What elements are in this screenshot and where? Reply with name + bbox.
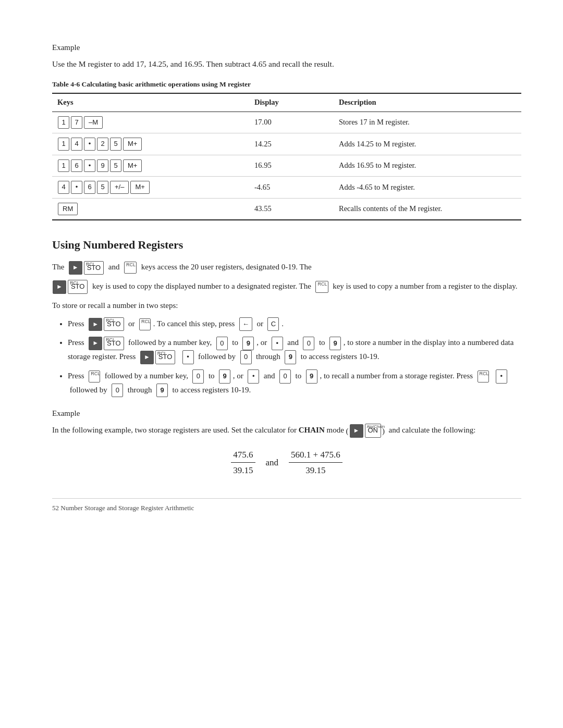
keys-cell: 1 6 • 9 5 M+ xyxy=(52,155,249,177)
table-row: RM 43.55 Recalls contents of the M regis… xyxy=(52,198,521,220)
key-4[interactable]: 4 xyxy=(71,138,82,151)
key-9-b2a[interactable]: 9 xyxy=(242,337,254,350)
example-text-3: and calculate the following: xyxy=(389,426,476,434)
arithmetic-table: Keys Display Description 1 7 –M 17.00 St… xyxy=(52,93,521,220)
key-sto2[interactable]: RCL STO xyxy=(68,280,88,293)
key-9-b3b[interactable]: 9 xyxy=(306,369,317,383)
key-4[interactable]: 4 xyxy=(58,181,69,194)
key-5[interactable]: 5 xyxy=(97,181,108,194)
key-9-b2d[interactable]: 9 xyxy=(285,350,296,364)
key-rm[interactable]: RM xyxy=(58,203,78,216)
key-c[interactable]: C xyxy=(267,317,279,331)
paragraph-2: To store or recall a number in two steps… xyxy=(52,299,521,312)
col-header-display: Display xyxy=(249,93,334,112)
key-dot-b2[interactable]: • xyxy=(272,337,283,350)
desc-cell: Recalls contents of the M register. xyxy=(334,198,521,220)
key-minus-m[interactable]: –M xyxy=(84,116,103,129)
key-plusminus[interactable]: +/– xyxy=(110,181,129,194)
key-sto-b2[interactable]: RCL STO xyxy=(104,337,124,350)
table-row: 1 7 –M 17.00 Stores 17 in M register. xyxy=(52,112,521,133)
list-item-2: Press ► RCL STO followed by a number key… xyxy=(68,336,521,364)
example-label-1: Example xyxy=(52,42,521,54)
key-1[interactable]: 1 xyxy=(58,138,69,151)
key-mplus[interactable]: M+ xyxy=(130,181,149,194)
example-label-2: Example xyxy=(52,408,521,419)
table-caption: Table 4-6 Calculating basic arithmetic o… xyxy=(52,79,521,90)
display-cell: 14.25 xyxy=(249,133,334,155)
table-row: 4 • 6 5 +/– M+ -4.65 Adds -4.65 to M reg… xyxy=(52,177,521,199)
key-sto[interactable]: RCL STO xyxy=(84,261,104,275)
desc-cell: Adds 16.95 to M register. xyxy=(334,155,521,177)
key-dot[interactable]: • xyxy=(71,181,82,194)
key-arrow-b1[interactable]: ► xyxy=(89,318,102,331)
page-footer: 52 Number Storage and Storage Register A… xyxy=(52,498,521,513)
key-rcl2[interactable]: RCL xyxy=(315,281,328,293)
key-arrow-b2[interactable]: ► xyxy=(89,337,102,350)
key-rcl-b3[interactable]: RCL xyxy=(89,371,100,382)
display-cell: 17.00 xyxy=(249,112,334,133)
key-back[interactable]: ← xyxy=(239,317,252,331)
key-dot-b3[interactable]: • xyxy=(248,369,259,383)
key-1[interactable]: 1 xyxy=(58,159,69,172)
key-6[interactable]: 6 xyxy=(84,181,95,194)
key-9-b3a[interactable]: 9 xyxy=(219,369,230,383)
numbered-registers-section: Using Numbered Registers The ► RCL STO a… xyxy=(52,236,521,477)
key-5[interactable]: 5 xyxy=(110,159,121,172)
key-0-b2b[interactable]: 0 xyxy=(303,337,314,350)
key-0-b2d[interactable]: 0 xyxy=(240,350,252,364)
list-item-1: Press ► RCL STO or RCL . To cancel this … xyxy=(68,317,521,331)
table-row: 1 4 • 2 5 M+ 14.25 Adds 14.25 to M regis… xyxy=(52,133,521,155)
key-arrow-sto2[interactable]: ► xyxy=(53,280,66,294)
display-cell: 43.55 xyxy=(249,198,334,220)
key-sto-b1[interactable]: RCL STO xyxy=(104,317,124,331)
chain-word: CHAIN xyxy=(299,426,325,434)
desc-cell: Adds -4.65 to M register. xyxy=(334,177,521,199)
key-9[interactable]: 9 xyxy=(97,159,108,172)
keys-cell: 1 4 • 2 5 M+ xyxy=(52,133,249,155)
key-0-b3b[interactable]: 0 xyxy=(279,369,291,383)
key-dot[interactable]: • xyxy=(84,138,95,151)
fraction-2-denominator: 39.15 xyxy=(303,463,327,477)
bullet-list: Press ► RCL STO or RCL . To cancel this … xyxy=(68,317,521,398)
paragraph-1: The ► RCL STO and RCL keys access the 20… xyxy=(52,261,521,275)
fraction-1-denominator: 39.15 xyxy=(231,463,255,477)
key-0-b3a[interactable]: 0 xyxy=(192,369,204,383)
key-mplus[interactable]: M+ xyxy=(123,138,142,151)
intro-line: Use the M register to add 17, 14.25, and… xyxy=(52,58,521,70)
key-arrow-sto[interactable]: ► xyxy=(69,261,82,275)
key-sto-b2c[interactable]: RCL STO xyxy=(155,350,176,364)
math-display: 475.6 39.15 and 560.1 + 475.6 39.15 xyxy=(52,448,521,477)
key-0-b3d[interactable]: 0 xyxy=(112,384,123,397)
fraction-2: 560.1 + 475.6 39.15 xyxy=(289,448,342,477)
key-dot[interactable]: • xyxy=(84,159,95,172)
key-rcl-b3c[interactable]: RCL xyxy=(478,371,489,382)
key-rcl[interactable]: RCL xyxy=(124,262,137,274)
example-text: In the following example, two storage re… xyxy=(52,424,521,438)
key-rcl-b1[interactable]: RCL xyxy=(139,318,151,330)
key-7[interactable]: 7 xyxy=(71,116,82,129)
display-cell: 16.95 xyxy=(249,155,334,177)
col-header-description: Description xyxy=(334,93,521,112)
fraction-1: 475.6 39.15 xyxy=(231,448,255,477)
key-9-b2b[interactable]: 9 xyxy=(329,337,341,350)
keys-cell: 4 • 6 5 +/– M+ xyxy=(52,177,249,199)
fraction-1-numerator: 475.6 xyxy=(231,448,255,463)
key-1[interactable]: 1 xyxy=(58,116,69,129)
key-mplus[interactable]: M+ xyxy=(123,159,142,172)
desc-cell: Adds 14.25 to M register. xyxy=(334,133,521,155)
fraction-2-numerator: 560.1 + 475.6 xyxy=(289,448,342,463)
col-header-keys: Keys xyxy=(52,93,249,112)
key-dot-b3c[interactable]: • xyxy=(496,369,507,383)
key-arrow-chain[interactable]: ► xyxy=(350,424,363,438)
key-on-chain[interactable]: Alg/Chain ON xyxy=(365,424,382,437)
display-cell: -4.65 xyxy=(249,177,334,199)
key-2[interactable]: 2 xyxy=(97,138,108,151)
key-9-b3d[interactable]: 9 xyxy=(156,384,168,397)
key-arrow-b2c[interactable]: ► xyxy=(140,351,154,364)
keys-cell: 1 7 –M xyxy=(52,112,249,133)
key-6[interactable]: 6 xyxy=(71,159,82,172)
key-5[interactable]: 5 xyxy=(110,138,121,151)
key-dot-b2c[interactable]: • xyxy=(182,350,194,364)
paragraph-1b: ► RCL STO key is used to copy the displa… xyxy=(52,280,521,294)
key-0-b2a[interactable]: 0 xyxy=(216,337,228,350)
